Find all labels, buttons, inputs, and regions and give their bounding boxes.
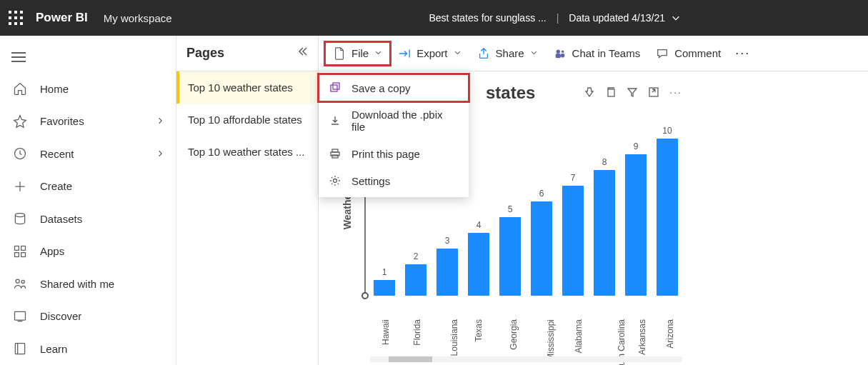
x-category-label: Texas	[467, 300, 490, 311]
export-menu-button[interactable]: Export	[391, 43, 468, 64]
bar[interactable]: 1	[373, 267, 396, 296]
hamburger-icon	[11, 52, 26, 62]
bar-value-label: 9	[634, 141, 639, 151]
report-toolbar: File Export Share	[319, 36, 868, 71]
bar-rect	[625, 154, 647, 296]
star-icon	[13, 114, 27, 129]
nav-label: Favorites	[40, 115, 84, 127]
bar[interactable]: 8	[593, 157, 616, 296]
x-category-label: Louisiana	[436, 300, 459, 311]
svg-rect-4	[15, 252, 19, 256]
chart-xlabels: HawaiiFloridaLouisianaTexasGeorgiaMissis…	[373, 300, 854, 311]
focus-icon[interactable]	[648, 86, 659, 100]
bar[interactable]: 6	[530, 189, 553, 296]
workspace-label[interactable]: My workspace	[104, 12, 172, 24]
nav-item-datasets[interactable]: Datasets	[0, 203, 176, 236]
gear-icon	[329, 174, 341, 187]
bar-rect	[374, 280, 395, 296]
export-label: Export	[416, 47, 447, 59]
learn-icon	[13, 341, 27, 356]
menu-item-settings[interactable]: Settings	[319, 167, 469, 194]
bar-rect	[594, 170, 615, 296]
comment-icon	[656, 47, 669, 60]
svg-rect-12	[555, 54, 560, 58]
bar-value-label: 10	[662, 126, 672, 136]
scrollbar-thumb[interactable]	[389, 356, 432, 362]
nav-collapse-button[interactable]	[0, 41, 176, 73]
share-menu-button[interactable]: Share	[470, 43, 545, 64]
report-area: File Export Share	[319, 36, 868, 365]
copy-icon[interactable]	[605, 86, 617, 100]
left-nav: Home Favorites Recent Create	[0, 36, 176, 365]
page-label: Top 10 affordable states	[188, 114, 302, 126]
x-category-label: Georgia	[499, 300, 522, 311]
bar-value-label: 3	[445, 236, 450, 246]
chat-teams-button[interactable]: Chat in Teams	[547, 43, 648, 64]
page-item[interactable]: Top 10 weather states	[176, 71, 318, 104]
page-label: Top 10 weather states	[188, 81, 293, 94]
menu-item-print[interactable]: Print this page	[319, 140, 469, 167]
nav-item-apps[interactable]: Apps	[0, 235, 176, 268]
menu-item-save-copy[interactable]: Save a copy	[319, 74, 469, 101]
datasets-icon	[13, 211, 27, 226]
menu-label: Print this page	[351, 148, 420, 160]
bar[interactable]: 7	[562, 173, 584, 296]
nav-label: Discover	[40, 310, 81, 322]
svg-rect-14	[331, 85, 337, 91]
bar[interactable]: 4	[467, 220, 490, 296]
nav-label: Recent	[40, 148, 74, 160]
pin-icon[interactable]	[584, 86, 595, 100]
page-label: Top 10 weather states ...	[188, 146, 304, 158]
pages-pane: Pages Top 10 weather states Top 10 affor…	[176, 36, 319, 365]
app-launcher-icon[interactable]	[9, 11, 23, 25]
file-dropdown-menu: Save a copy Download the .pbix file Prin…	[319, 71, 469, 197]
pages-header: Pages	[176, 36, 318, 71]
nav-item-create[interactable]: Create	[0, 170, 176, 203]
chevron-down-icon	[671, 13, 681, 23]
brand-label: Power BI	[36, 11, 88, 25]
toolbar-more-button[interactable]: ···	[729, 41, 756, 65]
data-updated-label: Data updated 4/13/21	[569, 12, 665, 24]
horizontal-scrollbar[interactable]	[370, 356, 682, 362]
bar-value-label: 2	[414, 251, 419, 261]
bar[interactable]: 9	[624, 141, 647, 296]
global-header: Power BI My workspace Best states for su…	[0, 0, 868, 36]
nav-item-discover[interactable]: Discover	[0, 300, 176, 333]
download-icon	[329, 114, 341, 127]
nav-item-recent[interactable]: Recent	[0, 138, 176, 171]
page-item[interactable]: Top 10 affordable states	[176, 104, 318, 136]
nav-item-home[interactable]: Home	[0, 73, 176, 106]
nav-item-favorites[interactable]: Favorites	[0, 105, 176, 138]
chevron-down-icon	[374, 49, 382, 58]
menu-item-download[interactable]: Download the .pbix file	[319, 101, 469, 140]
visual-more-icon[interactable]: ···	[669, 86, 682, 100]
file-menu-button[interactable]: File	[326, 43, 389, 64]
bar[interactable]: 3	[436, 236, 459, 296]
bar[interactable]: 10	[656, 126, 679, 296]
x-category-label: South Carolina	[593, 300, 616, 311]
comment-label: Comment	[674, 47, 721, 59]
menu-label: Save a copy	[351, 82, 411, 94]
x-category-label: Mississippi	[530, 300, 553, 311]
svg-rect-20	[608, 89, 614, 96]
menu-label: Download the .pbix file	[351, 109, 459, 133]
bar[interactable]: 2	[404, 251, 427, 296]
bar-value-label: 6	[539, 189, 544, 199]
chevron-right-icon	[156, 148, 164, 160]
discover-icon	[13, 309, 27, 324]
filter-icon[interactable]	[627, 86, 638, 100]
page-item[interactable]: Top 10 weather states ...	[176, 136, 318, 168]
clock-icon	[13, 146, 27, 161]
file-label: File	[351, 47, 369, 59]
data-updated-dropdown[interactable]: Data updated 4/13/21	[569, 12, 681, 24]
x-category-label: Arkansas	[624, 300, 647, 311]
menu-label: Settings	[351, 175, 390, 187]
comment-button[interactable]: Comment	[649, 43, 728, 64]
nav-label: Shared with me	[40, 278, 114, 290]
home-icon	[13, 81, 27, 96]
pages-collapse-button[interactable]	[296, 46, 308, 61]
bar[interactable]: 5	[499, 204, 522, 296]
nav-label: Apps	[40, 245, 64, 257]
nav-item-shared[interactable]: Shared with me	[0, 268, 176, 301]
nav-item-learn[interactable]: Learn	[0, 333, 176, 365]
